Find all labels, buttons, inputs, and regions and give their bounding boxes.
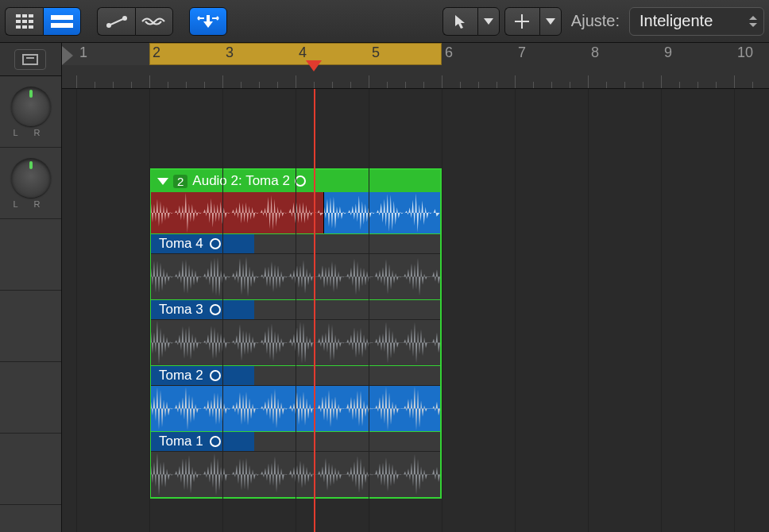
chevron-up-down-icon <box>749 16 757 27</box>
svg-rect-7 <box>29 20 33 23</box>
snap-mode-value: Inteligente <box>640 12 713 30</box>
take-label[interactable]: Toma 3 <box>151 300 254 319</box>
ruler[interactable]: 12345678910 <box>62 43 769 89</box>
flex-button[interactable] <box>135 7 173 36</box>
ruler-bar-number: 8 <box>591 44 599 61</box>
ruler-bar-number: 6 <box>445 44 453 61</box>
ruler-bar-number: 3 <box>226 44 234 61</box>
playhead-marker[interactable] <box>306 60 322 71</box>
ruler-bar-number: 4 <box>299 44 307 61</box>
take-status-ring-icon[interactable] <box>210 304 221 315</box>
snap-mode-dropdown[interactable]: Inteligente <box>629 7 764 36</box>
take-label-text: Toma 2 <box>159 368 203 384</box>
tracks-view-button[interactable] <box>43 7 81 36</box>
snap-label: Ajuste: <box>571 12 620 30</box>
ruler-bar-number: 7 <box>518 44 526 61</box>
alt-tool-button[interactable] <box>504 7 539 36</box>
take-label-text: Toma 4 <box>159 236 203 252</box>
timeline-start-indicator <box>62 46 73 65</box>
pan-lr-label: LR <box>5 128 56 137</box>
take-label-text: Toma 1 <box>159 434 203 449</box>
list-view-button[interactable] <box>5 7 43 36</box>
ruler-bar-number: 2 <box>153 44 160 61</box>
take-label[interactable]: Toma 1 <box>151 432 254 451</box>
disclosure-triangle-icon[interactable] <box>157 178 168 185</box>
track-header-4[interactable] <box>0 291 61 362</box>
svg-rect-0 <box>16 14 21 17</box>
svg-rect-13 <box>23 55 37 64</box>
cycle-region[interactable] <box>149 43 442 65</box>
pan-knob-icon[interactable] <box>11 87 51 126</box>
take-folder-title: Audio 2: Toma 2 <box>192 173 290 189</box>
track-header-3[interactable] <box>0 219 61 291</box>
alt-tool-menu[interactable] <box>539 7 562 36</box>
track-header-6[interactable] <box>0 434 61 505</box>
take-status-ring-icon[interactable] <box>210 238 221 249</box>
pan-knob-icon[interactable] <box>11 158 51 198</box>
track-header-2[interactable]: LR <box>0 148 61 219</box>
ruler-bar-number: 1 <box>79 44 87 61</box>
catch-playhead-button[interactable] <box>189 7 227 36</box>
svg-rect-5 <box>22 25 27 29</box>
ruler-bar-number: 9 <box>664 44 672 61</box>
ruler-bar-number: 10 <box>737 44 753 61</box>
svg-rect-6 <box>29 14 33 17</box>
pointer-tool-menu[interactable] <box>477 7 500 36</box>
svg-rect-8 <box>29 25 33 29</box>
track-header-menu-icon[interactable] <box>14 49 46 70</box>
track-header-options[interactable] <box>0 43 61 76</box>
track-header-1[interactable]: LR <box>0 76 61 148</box>
svg-rect-9 <box>51 15 73 20</box>
pointer-tool-button[interactable] <box>442 7 477 36</box>
svg-rect-1 <box>16 20 21 23</box>
comp-segment-a[interactable] <box>151 192 324 233</box>
track-header-5[interactable] <box>0 362 61 434</box>
take-status-ring-icon[interactable] <box>210 370 221 381</box>
svg-rect-4 <box>22 20 27 23</box>
tracks-area[interactable]: 2 Audio 2: Toma 2 Toma 4Toma 3Toma 2Toma… <box>62 89 769 532</box>
toolbar: Ajuste: Inteligente <box>0 0 769 43</box>
take-label[interactable]: Toma 2 <box>151 366 254 385</box>
pan-lr-label: LR <box>5 199 56 209</box>
svg-rect-2 <box>16 25 21 29</box>
svg-rect-10 <box>51 23 73 28</box>
track-header-sidebar: LR LR <box>0 43 62 532</box>
take-label[interactable]: Toma 4 <box>151 234 254 253</box>
playhead-line[interactable] <box>314 89 315 532</box>
take-label-text: Toma 3 <box>159 302 203 318</box>
svg-rect-3 <box>22 14 27 17</box>
automation-button[interactable] <box>97 7 135 36</box>
comp-segment-b[interactable] <box>324 192 440 233</box>
comp-index-badge: 2 <box>173 175 187 188</box>
take-status-ring-icon[interactable] <box>210 436 221 447</box>
ruler-bar-number: 5 <box>372 44 380 61</box>
